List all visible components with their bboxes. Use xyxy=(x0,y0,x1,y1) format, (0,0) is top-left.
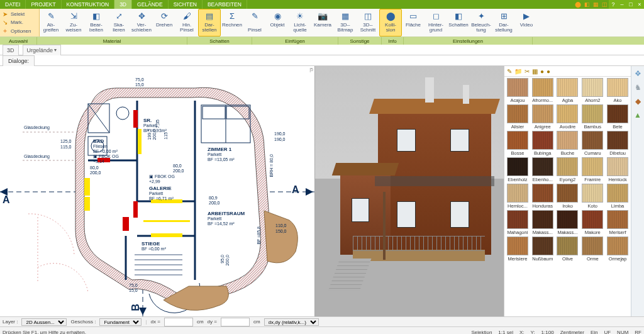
close-icon[interactable]: × xyxy=(635,0,644,9)
ribbon-schatten[interactable]: ◧Schatten xyxy=(447,9,470,36)
ribbon-bearbeiten[interactable]: ◧Bear-beiten xyxy=(85,9,108,36)
ribbon-darstellen[interactable]: ▤Dar-stellen xyxy=(198,9,221,36)
material-icon[interactable]: ◆ xyxy=(633,96,643,106)
menu-bearbeiten[interactable]: BEARBEITEN xyxy=(203,0,247,9)
help-icon[interactable]: ? xyxy=(609,0,618,9)
ribbon-kamera[interactable]: 📷Kamera xyxy=(311,9,334,36)
ribbon-video[interactable]: ▶Video xyxy=(515,9,538,36)
menu-projekt[interactable]: PROJEKT xyxy=(26,0,61,9)
selekt-button[interactable]: ➤ Selekt xyxy=(1,11,38,18)
menu-sichten[interactable]: SICHTEN xyxy=(169,0,203,9)
ribbon-lichtquelle[interactable]: ☀Licht-quelle xyxy=(289,9,311,36)
view-3d[interactable] xyxy=(315,66,504,316)
grid-icon[interactable]: ▦ xyxy=(532,68,538,75)
ribbon-objekt[interactable]: ◉Objekt xyxy=(266,9,289,36)
dx-input[interactable] xyxy=(164,318,193,326)
menu-konstruktion[interactable]: KONSTRUKTION xyxy=(62,0,115,9)
material-hemloc-[interactable]: Hemloc... xyxy=(506,184,530,209)
ribbon-drehen[interactable]: ⟳Drehen xyxy=(153,9,175,36)
ribbon-3d-schnitt[interactable]: ◫3D--Schnitt xyxy=(357,9,379,36)
cut-icon[interactable]: ✂ xyxy=(525,68,530,75)
ribbon-kollision[interactable]: ⬤Kolli-sion xyxy=(379,9,402,36)
material-honduras[interactable]: Honduras xyxy=(531,184,555,209)
palette-side-tools: ❖♞◆▲ xyxy=(631,66,644,316)
dy-input[interactable] xyxy=(221,318,250,326)
menu-datei[interactable]: DATEI xyxy=(0,0,26,9)
ribbon-skalieren[interactable]: ⤢Ska-lieren xyxy=(108,9,130,36)
material-iroko[interactable]: Iroko xyxy=(556,184,580,209)
material-makore[interactable]: Makore xyxy=(580,210,604,235)
dot-icon[interactable]: ● xyxy=(540,68,544,75)
material-ormejap[interactable]: Ormejap xyxy=(606,237,630,262)
material-ebenho-[interactable]: Ebenho... xyxy=(531,157,555,182)
geschoss-select[interactable]: Fundament xyxy=(99,318,142,326)
menu-gelaende[interactable]: GELÄNDE xyxy=(132,0,169,9)
material-avodire[interactable]: Avodire xyxy=(556,104,580,130)
chair-icon[interactable]: ♞ xyxy=(633,82,643,92)
combo-urgelaende[interactable]: Urgelände ▾ xyxy=(23,45,62,55)
material-nu-baum[interactable]: Nußbaum xyxy=(531,237,555,262)
layers-icon[interactable]: ❖ xyxy=(633,69,643,79)
material-framire[interactable]: Framire xyxy=(580,157,604,182)
material-olive[interactable]: Olive xyxy=(556,237,580,262)
material-bete[interactable]: Bete xyxy=(606,104,630,130)
landscape-icon[interactable]: ▲ xyxy=(633,110,643,120)
material-merisiere[interactable]: Merisiere xyxy=(506,237,530,262)
material-bosse[interactable]: Bosse xyxy=(506,131,530,156)
ribbon-hin-pinsel[interactable]: 🖌Hin. Pinsel xyxy=(175,9,198,36)
pick-icon[interactable]: ✎ xyxy=(507,68,512,75)
material-agba[interactable]: Agba xyxy=(556,78,580,103)
material-meriserf[interactable]: Meriserf xyxy=(606,210,630,235)
ribbon-hintergrund[interactable]: ◻Hinter-grund xyxy=(425,9,447,36)
ribbon-beleuchtung[interactable]: ✦Beleuch-tung xyxy=(470,9,492,36)
material-makass-[interactable]: Makass... xyxy=(556,210,580,235)
ribbon-fl-che[interactable]: ▭Fläche xyxy=(402,9,425,36)
ribbon-label: Fläche xyxy=(406,23,421,28)
material-buche[interactable]: Buche xyxy=(556,131,580,156)
ribbon-rechnen[interactable]: ΣRechnen xyxy=(221,9,243,36)
dot2-icon[interactable]: ● xyxy=(547,68,550,75)
mark-button[interactable]: ↘ Mark. xyxy=(1,19,38,26)
app-icon-4[interactable]: ◫ xyxy=(600,0,609,9)
app-icon-2[interactable]: ◧ xyxy=(582,0,591,9)
ribbon-darstellung[interactable]: ⊞Dar-stellung xyxy=(492,9,515,36)
optionen-button[interactable]: ＋ Optionen xyxy=(1,27,38,35)
material-ebenholz[interactable]: Ebenholz xyxy=(506,157,530,182)
app-icon-1[interactable]: ⬤ xyxy=(574,0,582,9)
coord-mode-select[interactable]: dx,dy (relativ,k...) xyxy=(264,318,319,326)
ribbon-verschieben[interactable]: ✥Ver-schieben xyxy=(130,9,153,36)
material-bubinga[interactable]: Bubinga xyxy=(531,131,555,156)
status-sel-label: Selektion xyxy=(471,330,492,335)
app-icon-3[interactable]: ▦ xyxy=(591,0,600,9)
folder-icon[interactable]: 📁 xyxy=(514,68,522,75)
material-orme[interactable]: Orme xyxy=(580,237,604,262)
layer-select[interactable]: 2D Aussen... xyxy=(21,318,67,326)
max-icon[interactable]: □ xyxy=(626,0,635,9)
material-ako[interactable]: Ako xyxy=(606,78,630,103)
material-mahagoni[interactable]: Mahagoni xyxy=(506,210,530,235)
material-ahorn2[interactable]: Ahorn2 xyxy=(580,78,604,103)
material-bambus[interactable]: Bambus xyxy=(580,104,604,130)
arrow-icon: ↘ xyxy=(1,19,9,26)
view-2d-plan[interactable]: BAD Fliesen BF =0,00 m² ▣ FBOK OG +3,14 … xyxy=(0,66,315,316)
menu-3d[interactable]: 3D xyxy=(114,0,132,9)
material-limba[interactable]: Limba xyxy=(606,184,630,209)
dim-200e: 200,0 xyxy=(225,255,230,266)
material-acajou[interactable]: Acajou xyxy=(506,78,530,103)
material-dibetou[interactable]: Dibetou xyxy=(606,131,630,156)
material-anigree[interactable]: Anigree xyxy=(531,104,555,130)
material-cumaru[interactable]: Cumaru xyxy=(580,131,604,156)
material-hemlock[interactable]: Hemlock xyxy=(606,157,630,182)
material-eyong2[interactable]: Eyong2 xyxy=(556,157,580,182)
ribbon-zuweisen[interactable]: ⇲Zu-weisen xyxy=(62,9,85,36)
tab-dialoge[interactable]: Dialoge: xyxy=(3,55,35,66)
material-alisier[interactable]: Alisier xyxy=(506,104,530,130)
material-koto[interactable]: Koto xyxy=(580,184,604,209)
material-afrormo-[interactable]: Afrormo... xyxy=(531,78,555,103)
ribbon-3d-bitmap[interactable]: ▦3D--Bitmap xyxy=(334,9,357,36)
material-makass-[interactable]: Makass... xyxy=(531,210,555,235)
ribbon-pinsel[interactable]: ✎Pinsel xyxy=(243,9,266,36)
ribbon-abgreifen[interactable]: ✎Ab-greifen xyxy=(40,9,62,36)
min-icon[interactable]: – xyxy=(618,0,626,9)
tab-3d[interactable]: 3D xyxy=(3,45,19,55)
